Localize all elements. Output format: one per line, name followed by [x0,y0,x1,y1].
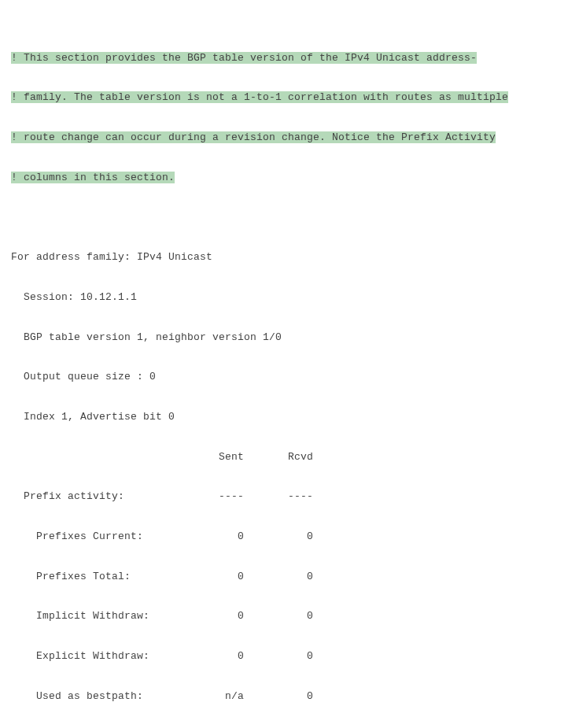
output-line: Prefixes Total: 0 0 [11,567,557,586]
comment-line: ! route change can occur during a revisi… [11,127,557,147]
output-line: Session: 10.12.1.1 [11,287,557,307]
output-line: Prefixes Current: 0 0 [11,527,557,546]
blank-line [11,207,557,227]
output-line: For address family: IPv4 Unicast [11,247,557,267]
comment-line: ! columns in this section. [11,168,557,187]
bang: ! [11,52,17,64]
output-line: Index 1, Advertise bit 0 [11,407,557,427]
output-line: Used as bestpath: n/a 0 [11,686,557,706]
comment-text: route change can occur during a revision… [17,131,496,143]
output-line: BGP table version 1, neighbor version 1/… [11,327,557,347]
comment-text: columns in this section. [17,172,175,183]
comment-text: This section provides the BGP table vers… [17,52,477,64]
bang: ! [11,172,17,183]
comment-line: ! family. The table version is not a 1-t… [11,87,557,107]
bang: ! [11,91,17,103]
output-line: Sent Rcvd [11,447,557,467]
comment-line: ! This section provides the BGP table ve… [11,48,557,68]
output-line: Explicit Withdraw: 0 0 [11,646,557,666]
output-line: Prefix activity: ---- ---- [11,486,557,506]
output-line: Implicit Withdraw: 0 0 [11,606,557,626]
output-line: Output queue size : 0 [11,367,557,386]
comment-text: family. The table version is not a 1-to-… [17,91,508,103]
bang: ! [11,131,17,143]
